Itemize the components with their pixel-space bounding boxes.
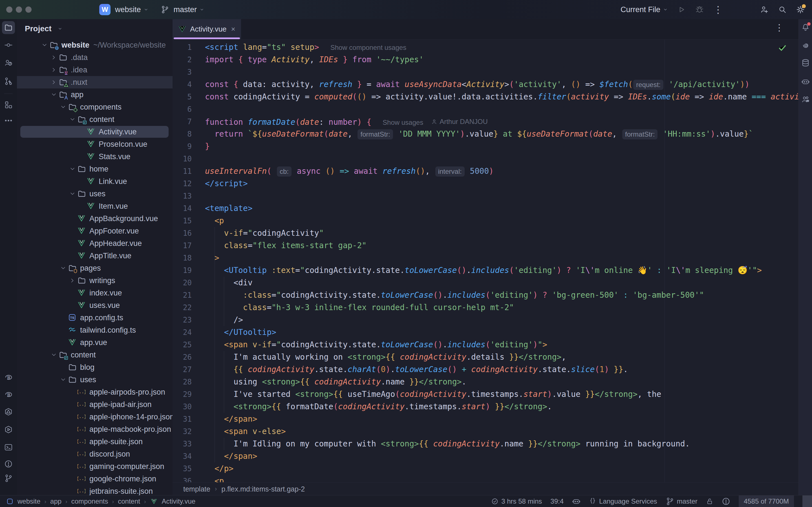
notifications-tool[interactable] [801,23,810,32]
chevron-right-icon[interactable] [51,67,57,73]
copilot-chat-tool[interactable] [801,95,810,104]
tree-row-apple-suite-json[interactable]: {..}apple-suite.json [17,436,172,448]
debug-button[interactable] [695,5,704,14]
search-everywhere-button[interactable] [778,5,786,14]
graphql-tool[interactable] [4,407,13,416]
tree-row--nuxt[interactable]: .nuxt [17,76,172,89]
chevron-right-icon[interactable] [70,278,75,283]
code-line-17[interactable]: 17 class="flex items-start gap-2" [172,239,812,252]
chevron-right-icon[interactable] [51,79,57,85]
language-services[interactable]: Language Services [589,497,657,505]
settings-button[interactable] [796,5,805,14]
time-tracker[interactable]: 3 hrs 58 mins [491,497,542,505]
chevron-down-icon[interactable] [51,92,57,98]
code-line-28[interactable]: 28 using <strong>{{ codingActivity.name … [172,376,812,388]
status-breadcrumb-item[interactable]: components [71,497,108,505]
code-line-12[interactable]: 12</script> [172,177,812,190]
tree-row-uses[interactable]: uses [17,187,172,200]
chevron-down-icon[interactable] [60,377,66,383]
tree-row-appfooter-vue[interactable]: AppFooter.vue [17,225,172,237]
window-zoom-button[interactable] [26,6,32,13]
tree-row-writings[interactable]: writings [17,274,172,287]
status-breadcrumb-file[interactable]: Activity.vue [162,497,196,505]
code-line-31[interactable]: 31 </span> [172,413,812,425]
caret-position[interactable]: 39:4 [550,497,564,505]
tree-row-tailwind-config-ts[interactable]: tailwind.config.ts [17,324,172,336]
tab-activity-vue[interactable]: Activity.vue × [172,19,241,39]
status-breadcrumb-item[interactable]: app [50,497,61,505]
code-line-8[interactable]: 8 return `${useDateFormat(date, formatSt… [172,128,812,140]
code-line-20[interactable]: 20 <div [172,277,812,289]
code-line-23[interactable]: 23 /> [172,314,812,326]
tree-row--idea[interactable]: IJ.idea [17,64,172,76]
code-author-hint[interactable]: Arthur DANJOU [431,115,488,128]
code-line-19[interactable]: 19 <UTooltip :text="codingActivity.state… [172,264,812,277]
tree-row-uses[interactable]: uses [17,374,172,386]
project-tool[interactable] [4,23,13,32]
tree-row-app-config-ts[interactable]: TSapp.config.ts [17,312,172,324]
run-config-selector[interactable]: Current File [620,5,668,14]
code-line-30[interactable]: 30 <strong>{{ formatDate(codingActivity.… [172,400,812,413]
editor-options-button[interactable]: ⋮ [775,23,784,32]
tree-row-blog[interactable]: blog [17,361,172,374]
window-close-button[interactable] [6,6,12,13]
file-lock[interactable] [706,498,713,505]
r-packages-tool[interactable]: R [4,390,13,398]
code-line-24[interactable]: 24 </UTooltip> [172,326,812,339]
tree-row-apple-ipad-air-json[interactable]: {..}apple-ipad-air.json [17,398,172,411]
tree-row-apptitle-vue[interactable]: AppTitle.vue [17,249,172,262]
tree-row-uses-vue[interactable]: uses.vue [17,299,172,312]
more-tools[interactable] [4,116,13,125]
code-line-27[interactable]: 27 {{ codingActivity.state.charAt(0).toL… [172,363,812,376]
tree-row-jetbrains-suite-json[interactable]: {..}jetbrains-suite.json [17,485,172,495]
tree-row-discord-json[interactable]: {..}discord.json [17,448,172,460]
tree-row-item-vue[interactable]: Item.vue [17,200,172,212]
copilot-tool[interactable] [801,77,810,86]
ai-assistant-tool[interactable] [801,41,810,49]
code-line-36[interactable]: 36 <p [172,475,812,482]
inspections[interactable] [722,497,730,506]
tree-row-link-vue[interactable]: Link.vue [17,175,172,187]
code-line-13[interactable]: 13 [172,190,812,202]
code-line-11[interactable]: 11useIntervalFn( cb: async () => await r… [172,165,812,177]
r-console-tool[interactable]: R [4,372,13,381]
code-line-1[interactable]: 1<script lang="ts" setup>Show component … [172,41,812,54]
project-widget[interactable]: website [110,5,148,14]
code-vision-hint[interactable]: Show component usages [331,44,407,51]
code-line-33[interactable]: 33 I'm Idling on my computer with <stron… [172,438,812,450]
tree-row-appbackground-vue[interactable]: AppBackground.vue [17,212,172,225]
code-line-16[interactable]: 16 v-if="codingActivity" [172,227,812,239]
code-line-34[interactable]: 34 </span> [172,450,812,462]
run-button[interactable] [677,5,686,14]
code-line-32[interactable]: 32 <span v-else> [172,425,812,438]
tree-row-components[interactable]: components [17,101,172,113]
project-panel-header[interactable]: Project [25,24,62,33]
status-breadcrumb-item[interactable]: content [118,497,140,505]
status-breadcrumbs[interactable]: website›app›components›content›Activity.… [6,497,195,505]
tree-row-website[interactable]: website~/Workspace/website [17,39,172,51]
code-line-2[interactable]: 2import { type Activity, IDEs } from '~~… [172,54,812,66]
chevron-down-icon[interactable] [60,104,66,110]
tree-row-app[interactable]: app [17,89,172,101]
code-line-3[interactable]: 3 [172,66,812,78]
tree-row-apple-macbook-pro-json[interactable]: {..}apple-macbook-pro.json [17,423,172,436]
chevron-right-icon[interactable] [51,55,57,60]
code-line-35[interactable]: 35 </p> [172,462,812,475]
tree-row-app-vue[interactable]: app.vue [17,336,172,349]
code-line-25[interactable]: 25 <span v-if="codingActivity.state.toLo… [172,339,812,351]
tree-row-content[interactable]: content [17,349,172,361]
code-line-26[interactable]: 26 I'm actually working on <strong>{{ co… [172,351,812,363]
database-tool[interactable] [801,59,810,67]
code-vision-hint[interactable]: Show usages [383,119,423,126]
tree-row-activity-vue[interactable]: Activity.vue [17,126,172,138]
window-minimize-button[interactable] [16,6,22,13]
terminal-tool[interactable] [4,443,13,452]
memory-indicator[interactable]: 4585 of 7700M [739,496,794,507]
tree-row--data[interactable]: .data [17,51,172,64]
git-tool[interactable] [4,474,13,483]
status-breadcrumb-item[interactable]: website [17,497,40,505]
structure-tool[interactable] [4,101,13,109]
code-viewport[interactable]: 1<script lang="ts" setup>Show component … [172,40,812,482]
tree-row-home[interactable]: home [17,163,172,175]
tree-row-google-chrome-json[interactable]: {..}google-chrome.json [17,473,172,485]
